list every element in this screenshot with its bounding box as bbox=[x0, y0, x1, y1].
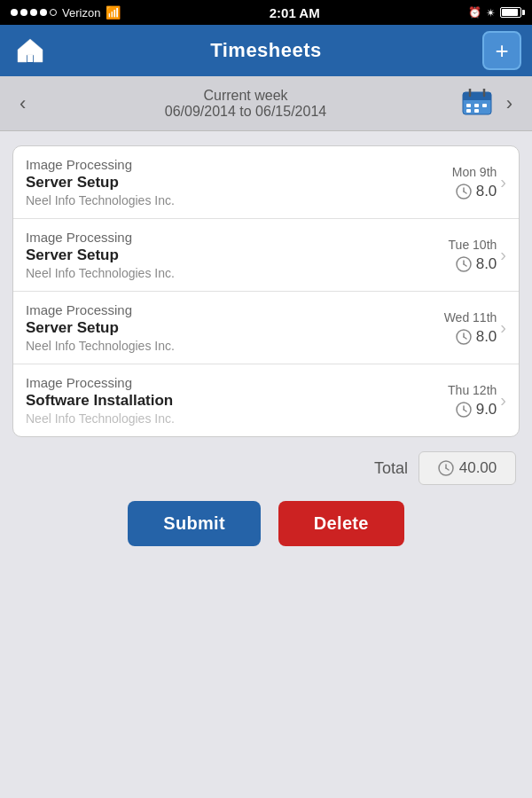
battery-fill bbox=[502, 9, 518, 16]
row-company-1: Neel Info Technologies Inc. bbox=[26, 193, 452, 207]
status-left: Verizon 📶 bbox=[11, 5, 121, 20]
nav-header: Timesheets + bbox=[0, 25, 532, 76]
signal-dot-5 bbox=[50, 9, 57, 16]
row-left-1: Image Processing Server Setup Neel Info … bbox=[26, 157, 452, 207]
row-category-4: Image Processing bbox=[26, 375, 448, 390]
carrier-label: Verizon bbox=[62, 6, 100, 20]
clock-icon-4 bbox=[456, 402, 472, 418]
week-label: Current week bbox=[33, 88, 458, 104]
week-dates: 06/09/2014 to 06/15/2014 bbox=[33, 104, 458, 120]
row-task-4: Software Installation bbox=[26, 392, 448, 410]
svg-rect-8 bbox=[482, 104, 487, 107]
status-time: 2:01 AM bbox=[270, 5, 320, 20]
row-company-2: Neel Info Technologies Inc. bbox=[26, 266, 449, 280]
svg-rect-3 bbox=[463, 97, 491, 100]
plus-icon: + bbox=[495, 39, 508, 62]
svg-rect-10 bbox=[474, 109, 479, 113]
calendar-icon bbox=[462, 89, 492, 115]
timesheet-card: Image Processing Server Setup Neel Info … bbox=[12, 145, 520, 437]
row-category-2: Image Processing bbox=[26, 230, 449, 245]
week-center: Current week 06/09/2014 to 06/15/2014 bbox=[33, 88, 458, 120]
row-hours-3: 8.0 bbox=[476, 328, 497, 346]
table-row[interactable]: Image Processing Server Setup Neel Info … bbox=[13, 146, 519, 219]
clock-icon-3 bbox=[456, 329, 472, 345]
calendar-button[interactable] bbox=[458, 85, 496, 122]
row-time-3: 8.0 bbox=[456, 328, 497, 346]
row-time-4: 9.0 bbox=[456, 401, 497, 419]
row-right-col-3: Wed 11th 8.0 bbox=[444, 310, 497, 346]
total-clock-icon bbox=[438, 460, 454, 476]
home-icon bbox=[16, 37, 44, 64]
row-time-1: 8.0 bbox=[456, 183, 497, 200]
row-hours-1: 8.0 bbox=[476, 183, 497, 200]
signal-dots bbox=[11, 9, 57, 16]
submit-button[interactable]: Submit bbox=[128, 501, 261, 546]
delete-button[interactable]: Delete bbox=[278, 501, 404, 546]
action-buttons: Submit Delete bbox=[12, 501, 520, 546]
row-day-1: Mon 9th bbox=[452, 165, 497, 179]
row-right-col-1: Mon 9th 8.0 bbox=[452, 165, 497, 200]
row-task-3: Server Setup bbox=[26, 319, 444, 337]
chevron-right-4: › bbox=[500, 390, 506, 411]
row-left-2: Image Processing Server Setup Neel Info … bbox=[26, 230, 449, 280]
battery-indicator bbox=[500, 7, 521, 18]
row-hours-4: 9.0 bbox=[476, 401, 497, 419]
row-task-1: Server Setup bbox=[26, 174, 452, 192]
wifi-icon: 📶 bbox=[106, 5, 121, 20]
alarm-icon: ⏰ bbox=[468, 6, 481, 19]
svg-line-19 bbox=[464, 337, 466, 339]
table-row[interactable]: Image Processing Server Setup Neel Info … bbox=[13, 292, 519, 364]
home-button[interactable] bbox=[11, 31, 50, 70]
bottom-area: Total 40.00 Submit Delete bbox=[0, 451, 532, 546]
svg-rect-6 bbox=[466, 104, 471, 107]
row-category-1: Image Processing bbox=[26, 157, 452, 172]
timesheet-card-wrap: Image Processing Server Setup Neel Info … bbox=[12, 145, 520, 437]
row-right-col-2: Tue 10th 8.0 bbox=[449, 238, 497, 273]
row-day-4: Thu 12th bbox=[448, 383, 497, 397]
total-label: Total bbox=[374, 459, 408, 478]
row-left-3: Image Processing Server Setup Neel Info … bbox=[26, 302, 444, 353]
main-content: Image Processing Server Setup Neel Info … bbox=[0, 131, 532, 437]
signal-dot-1 bbox=[11, 9, 18, 16]
row-right-col-4: Thu 12th 9.0 bbox=[448, 383, 497, 419]
chevron-right-3: › bbox=[500, 317, 506, 338]
row-task-2: Server Setup bbox=[26, 246, 449, 264]
svg-rect-9 bbox=[466, 109, 471, 113]
week-right-controls: › bbox=[458, 85, 520, 122]
chevron-right-2: › bbox=[500, 245, 506, 265]
row-day-3: Wed 11th bbox=[444, 310, 497, 325]
total-value-box: 40.00 bbox=[419, 451, 516, 485]
svg-rect-7 bbox=[474, 104, 479, 107]
row-day-2: Tue 10th bbox=[449, 238, 497, 252]
row-company-3: Neel Info Technologies Inc. bbox=[26, 339, 444, 353]
row-company-4: Neel Info Technologies Inc. bbox=[26, 411, 448, 426]
svg-line-25 bbox=[446, 468, 449, 470]
clock-icon-1 bbox=[456, 184, 472, 200]
page-title: Timesheets bbox=[210, 39, 322, 62]
status-bar: Verizon 📶 2:01 AM ⏰ ✴ bbox=[0, 0, 532, 25]
svg-rect-0 bbox=[27, 55, 33, 62]
row-left-4: Image Processing Software Installation N… bbox=[26, 375, 448, 426]
total-amount: 40.00 bbox=[459, 459, 497, 477]
svg-line-13 bbox=[464, 192, 466, 193]
clock-icon-2 bbox=[456, 256, 472, 272]
row-time-2: 8.0 bbox=[456, 255, 497, 273]
svg-line-16 bbox=[464, 264, 466, 266]
table-row[interactable]: Image Processing Software Installation N… bbox=[13, 364, 519, 436]
signal-dot-3 bbox=[30, 9, 37, 16]
signal-dot-2 bbox=[20, 9, 27, 16]
add-button[interactable]: + bbox=[482, 31, 521, 70]
prev-week-button[interactable]: ‹ bbox=[12, 85, 33, 122]
week-navigator: ‹ Current week 06/09/2014 to 06/15/2014 … bbox=[0, 76, 532, 131]
table-row[interactable]: Image Processing Server Setup Neel Info … bbox=[13, 219, 519, 292]
total-row: Total 40.00 bbox=[12, 451, 520, 485]
signal-dot-4 bbox=[40, 9, 47, 16]
chevron-right-1: › bbox=[500, 172, 506, 192]
row-category-3: Image Processing bbox=[26, 302, 444, 317]
status-right: ⏰ ✴ bbox=[468, 6, 521, 20]
row-hours-2: 8.0 bbox=[476, 255, 497, 273]
svg-line-22 bbox=[464, 410, 466, 411]
next-week-button[interactable]: › bbox=[499, 85, 520, 122]
bluetooth-icon: ✴ bbox=[486, 6, 496, 20]
